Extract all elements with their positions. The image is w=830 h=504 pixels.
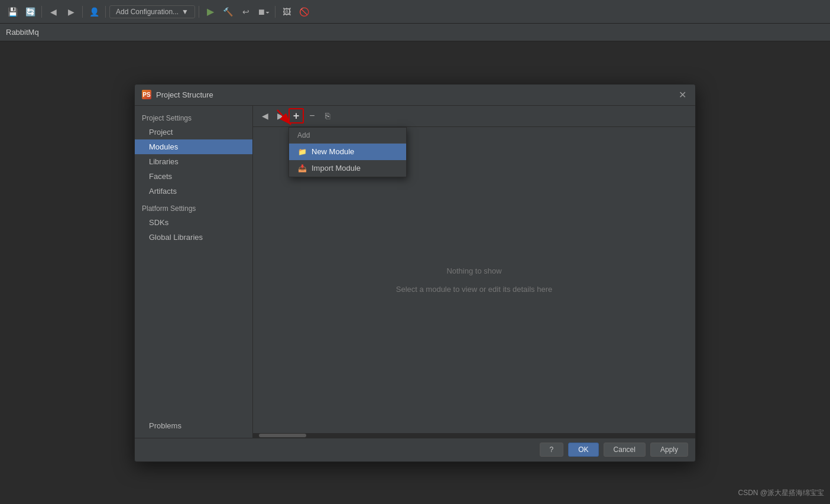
project-structure-dialog: PS Project Structure ✕ Project Settings … <box>134 84 696 462</box>
import-module-label: Import Module <box>312 164 361 173</box>
dialog-content: ◀ ▶ + <box>253 106 695 438</box>
new-module-label: New Module <box>312 147 354 156</box>
run-button[interactable]: ▶ <box>203 4 218 19</box>
sep5 <box>275 6 275 18</box>
rerun-button[interactable]: ↩ <box>238 4 254 19</box>
sidebar-item-facets[interactable]: Facets <box>135 169 252 184</box>
sidebar-item-problems[interactable]: Problems <box>135 418 252 433</box>
dialog-toolbar: ◀ ▶ + <box>253 106 695 127</box>
add-button-wrapper[interactable]: + <box>288 108 304 123</box>
profile-button[interactable]: 👤 <box>86 4 102 19</box>
sep3 <box>105 6 106 18</box>
forward-button[interactable]: ▶ <box>63 4 79 19</box>
help-button[interactable]: ? <box>540 443 564 457</box>
sidebar-item-global-libraries[interactable]: Global Libraries <box>135 230 252 245</box>
dialog-title-text: Project Structure <box>156 90 213 99</box>
project-settings-label: Project Settings <box>135 110 252 125</box>
save-button[interactable]: 💾 <box>5 4 20 19</box>
sidebar-item-artifacts[interactable]: Artifacts <box>135 184 252 199</box>
scrollbar-thumb[interactable] <box>259 434 306 437</box>
horizontal-scrollbar[interactable] <box>253 433 695 438</box>
copy-button[interactable]: ⎘ <box>320 109 335 123</box>
add-module-button[interactable]: + <box>290 109 303 123</box>
watermark: CSDN @派大星搭海绵宝宝 <box>738 488 824 498</box>
dialog-title-left: PS Project Structure <box>142 90 213 99</box>
select-module-hint: Select a module to view or edit its deta… <box>396 285 552 294</box>
folder-icon: 📁 <box>297 147 307 157</box>
sidebar-item-libraries[interactable]: Libraries <box>135 154 252 169</box>
dropdown-arrow: ▼ <box>181 8 189 16</box>
dialog-icon: PS <box>142 90 151 99</box>
sidebar-item-sdks[interactable]: SDKs <box>135 215 252 230</box>
main-toolbar: 💾 🔄 ◀ ▶ 👤 Add Configuration... ▼ ▶ 🔨 ↩ ⏹… <box>0 0 830 24</box>
stop-dropdown-button[interactable]: ⏹▾ <box>256 4 271 19</box>
app-titlebar: RabbitMq <box>0 24 830 41</box>
dialog-titlebar: PS Project Structure ✕ <box>135 84 695 106</box>
platform-settings-label: Platform Settings <box>135 199 252 215</box>
sep4 <box>199 6 199 18</box>
sep2 <box>82 6 83 18</box>
app-title: RabbitMq <box>6 28 39 37</box>
add-config-button[interactable]: Add Configuration... ▼ <box>109 5 195 18</box>
nav-back-button[interactable]: ◀ <box>258 109 272 123</box>
dialog-sidebar: Project Settings Project Modules Librari… <box>135 106 253 438</box>
cancel-button[interactable]: Cancel <box>604 443 646 457</box>
dialog-body: Project Settings Project Modules Librari… <box>135 106 695 438</box>
remove-button[interactable]: − <box>305 109 319 123</box>
import-module-item[interactable]: 📥 Import Module <box>289 160 406 177</box>
coverage-button[interactable]: 🖼 <box>279 4 294 19</box>
new-module-item[interactable]: 📁 New Module <box>289 144 406 160</box>
config-btn-label: Add Configuration... <box>116 8 179 16</box>
apply-button[interactable]: Apply <box>650 443 688 457</box>
sidebar-item-modules[interactable]: Modules <box>135 139 252 154</box>
import-icon: 📥 <box>297 164 307 173</box>
nothing-to-show-text: Nothing to show <box>446 266 501 275</box>
dialog-close-button[interactable]: ✕ <box>676 89 688 100</box>
ok-button[interactable]: OK <box>568 443 598 457</box>
refresh-button[interactable]: 🔄 <box>22 4 38 19</box>
dropdown-header: Add <box>289 128 406 144</box>
add-dropdown-menu: Add 📁 New Module 📥 Import Module <box>288 127 407 177</box>
nav-forward-button[interactable]: ▶ <box>273 109 287 123</box>
build-button[interactable]: 🔨 <box>221 4 236 19</box>
back-button[interactable]: ◀ <box>46 4 61 19</box>
main-area: PS Project Structure ✕ Project Settings … <box>0 41 830 504</box>
no-entry-button[interactable]: 🚫 <box>297 4 312 19</box>
dialog-bottom: ? OK Cancel Apply <box>135 438 695 461</box>
sep1 <box>41 6 42 18</box>
sidebar-item-project[interactable]: Project <box>135 125 252 139</box>
